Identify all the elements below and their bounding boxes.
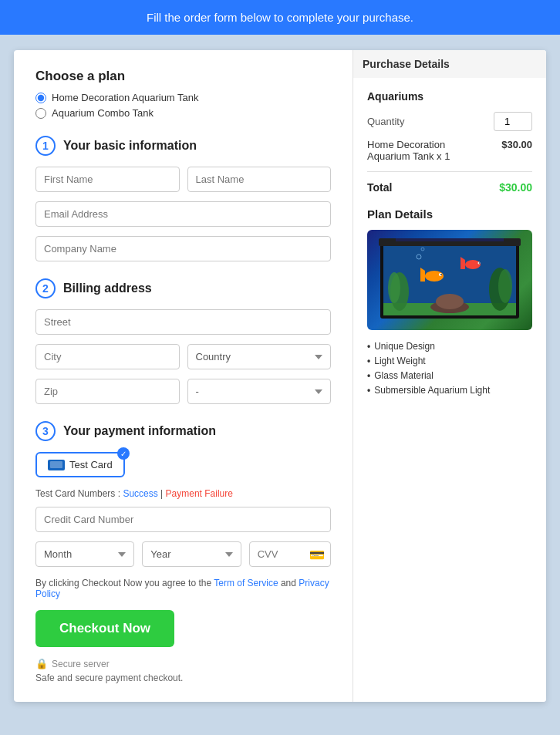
- svg-point-16: [479, 262, 481, 264]
- banner-text: Fill the order form below to complete yo…: [147, 11, 413, 24]
- cvv-row: Month 01 02 03 04 05 06 07 08 09 10 11 1…: [35, 541, 331, 567]
- svg-point-4: [388, 272, 400, 303]
- feature-unique-design: Unique Design: [367, 341, 532, 352]
- terms-text1: By clicking Checkout Now you agree to th…: [35, 578, 214, 588]
- lock-icon: 🔒: [35, 658, 48, 669]
- city-input[interactable]: [35, 344, 180, 369]
- terms-text2: and: [278, 578, 299, 588]
- quantity-row: Quantity: [367, 112, 532, 131]
- section3-header: 3 Your payment information: [35, 421, 331, 441]
- plan-radio-home[interactable]: [35, 93, 46, 103]
- total-label: Total: [367, 181, 392, 194]
- choose-plan-title: Choose a plan: [35, 69, 331, 84]
- state-select[interactable]: -: [187, 379, 332, 404]
- right-panel: Purchase Details Aquariums Quantity Home…: [353, 50, 546, 702]
- first-name-input[interactable]: [35, 167, 180, 192]
- zip-state-row: -: [35, 379, 331, 404]
- card-icon-inner: [50, 461, 62, 468]
- last-name-input[interactable]: [187, 167, 332, 192]
- street-row: [35, 309, 331, 335]
- aquarium-image: [367, 230, 532, 330]
- company-row: [35, 236, 331, 261]
- safe-text: Safe and secure payment checkout.: [35, 673, 331, 683]
- card-selector: ✓ Test Card: [35, 452, 331, 477]
- top-banner: Fill the order form below to complete yo…: [0, 0, 560, 35]
- total-amount: $30.00: [499, 181, 532, 194]
- country-select[interactable]: Country United States United Kingdom Can…: [187, 344, 332, 369]
- section1-header: 1 Your basic information: [35, 136, 331, 156]
- feature-glass-material: Glass Material: [367, 370, 532, 381]
- plan-label-combo: Aquarium Combo Tank: [52, 107, 153, 119]
- aquarium-img-inner: [367, 230, 532, 330]
- cvv-wrap: 💳: [249, 541, 331, 567]
- section1-number: 1: [35, 136, 56, 156]
- total-row: Total $30.00: [367, 181, 532, 194]
- company-input[interactable]: [35, 236, 331, 261]
- card-check-badge: ✓: [117, 447, 130, 460]
- city-country-row: Country United States United Kingdom Can…: [35, 344, 331, 369]
- feature-submersible-light: Submersible Aquarium Light: [367, 385, 532, 396]
- terms-text: By clicking Checkout Now you agree to th…: [35, 578, 331, 599]
- zip-input[interactable]: [35, 379, 180, 404]
- email-row: [35, 201, 331, 227]
- credit-card-row: [35, 507, 331, 532]
- terms-of-service-link[interactable]: Term of Service: [214, 578, 278, 588]
- aquarium-svg: [373, 234, 527, 326]
- feature-light-weight: Light Weight: [367, 356, 532, 366]
- main-container: Choose a plan Home Decoration Aquarium T…: [14, 50, 546, 702]
- card-option-label: Test Card: [69, 459, 113, 470]
- email-input[interactable]: [35, 201, 331, 227]
- svg-rect-20: [396, 238, 504, 241]
- quantity-label: Quantity: [367, 116, 404, 127]
- section3-number: 3: [35, 421, 56, 441]
- card-icon: [48, 460, 65, 470]
- plan-radio-combo[interactable]: [35, 108, 46, 119]
- aquariums-title: Aquariums: [367, 90, 532, 103]
- plan-label-home: Home Decoration Aquarium Tank: [52, 92, 199, 103]
- checkout-button[interactable]: Checkout Now: [35, 610, 174, 647]
- section3-title: Your payment information: [63, 424, 216, 438]
- secure-label: Secure server: [52, 659, 110, 669]
- svg-point-13: [465, 260, 481, 269]
- success-link[interactable]: Success: [123, 488, 157, 499]
- product-row: Home DecorationAquarium Tank x 1 $30.00: [367, 139, 532, 172]
- test-card-label: Test Card Numbers :: [35, 488, 120, 499]
- plan-option-home[interactable]: Home Decoration Aquarium Tank: [35, 92, 331, 103]
- month-select[interactable]: Month 01 02 03 04 05 06 07 08 09 10 11 1…: [35, 541, 134, 567]
- section1-title: Your basic information: [63, 139, 197, 153]
- svg-point-9: [425, 271, 444, 282]
- cvv-card-icon: 💳: [309, 547, 325, 561]
- product-price: $30.00: [501, 139, 532, 150]
- plan-features: Unique Design Light Weight Glass Materia…: [367, 341, 532, 396]
- name-row: [35, 167, 331, 192]
- quantity-input[interactable]: [494, 112, 532, 131]
- street-input[interactable]: [35, 309, 331, 335]
- section2-title: Billing address: [63, 282, 152, 295]
- credit-card-input[interactable]: [35, 507, 331, 532]
- test-card-numbers: Test Card Numbers : Success | Payment Fa…: [35, 488, 331, 499]
- secure-badge: 🔒 Secure server: [35, 658, 331, 669]
- plan-details-title: Plan Details: [367, 207, 532, 221]
- section2-number: 2: [35, 278, 56, 298]
- left-panel: Choose a plan Home Decoration Aquarium T…: [14, 50, 353, 702]
- svg-point-6: [498, 269, 512, 303]
- svg-point-8: [436, 294, 464, 309]
- product-name: Home DecorationAquarium Tank x 1: [367, 139, 501, 162]
- test-card-option[interactable]: ✓ Test Card: [35, 452, 125, 477]
- failure-link[interactable]: Payment Failure: [166, 488, 233, 499]
- year-select[interactable]: Year 2024 2025 2026 2027 2028: [142, 541, 241, 567]
- svg-point-12: [440, 274, 442, 275]
- section2-header: 2 Billing address: [35, 278, 331, 298]
- purchase-details-title: Purchase Details: [353, 50, 546, 78]
- plan-option-combo[interactable]: Aquarium Combo Tank: [35, 107, 331, 119]
